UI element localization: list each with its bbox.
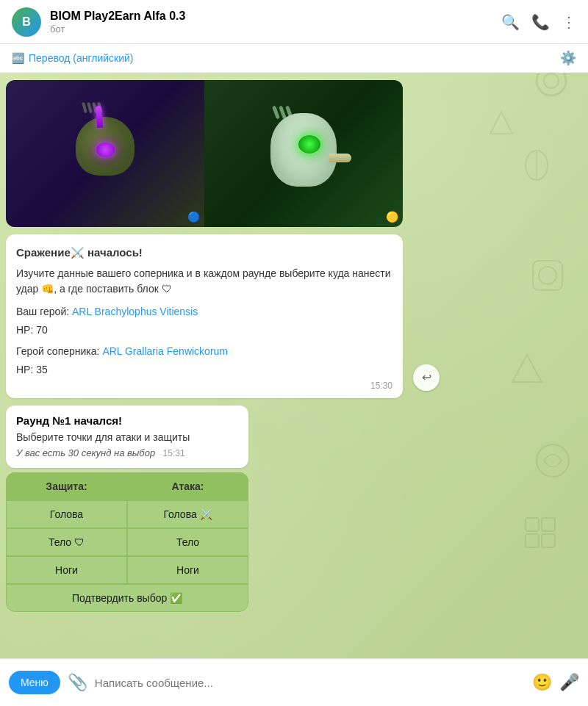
hero-left-creature — [61, 102, 149, 205]
round-message: Раунд №1 начался! Выберите точки для ата… — [6, 406, 248, 468]
battle-message: Сражение⚔️ началось! Изучите данные ваше… — [6, 234, 403, 398]
confirm-button[interactable]: Подтвердить выбор ✅ — [6, 584, 248, 612]
creature-eye — [96, 143, 115, 157]
defense-header: Защита: — [6, 472, 127, 500]
kb-body-row: Тело 🛡 Тело — [6, 528, 248, 556]
legs-attack-button[interactable]: Ноги — [127, 556, 248, 584]
kb-confirm-row: Подтвердить выбор ✅ — [6, 584, 248, 612]
kb-legs-row: Ноги Ноги — [6, 556, 248, 584]
call-icon[interactable]: 📞 — [531, 13, 550, 31]
attack-header: Атака: — [127, 472, 248, 500]
kb-head-row: Голова Голова ⚔️ — [6, 500, 248, 528]
emoji-icon[interactable]: 🙂 — [532, 673, 552, 692]
inline-keyboard: Защита: Атака: Голова Голова ⚔️ Тело 🛡 Т… — [6, 472, 248, 612]
enemy-hero-name: ARL Grallaria Fenwickorum — [102, 345, 228, 357]
avatar: B — [12, 7, 41, 37]
translation-text: Перевод (английский) — [29, 52, 133, 64]
header-info: BIOM Play2Earn Alfa 0.3 бот — [50, 9, 501, 34]
round-title: Раунд №1 начался! — [16, 414, 238, 427]
chat-subtitle: бот — [50, 24, 501, 35]
chat-title: BIOM Play2Earn Alfa 0.3 — [50, 9, 501, 23]
head-attack-button[interactable]: Голова ⚔️ — [127, 500, 248, 528]
translate-icon: 🔤 — [12, 52, 24, 64]
body-defense-button[interactable]: Тело 🛡 — [6, 528, 127, 556]
head-defense-button[interactable]: Голова — [6, 500, 127, 528]
your-hero-line: Ваш герой: ARL Brachylophus Vitiensis — [16, 304, 392, 320]
enemy-hero-label: Герой соперника: — [16, 345, 99, 357]
bottom-bar: Меню 📎 🙂 🎤 — [0, 658, 588, 706]
right-badge: 🟡 — [386, 211, 398, 223]
creature-beak — [329, 154, 351, 162]
message-input[interactable] — [95, 677, 525, 689]
hero-image-right: 🟡 — [204, 80, 403, 227]
header-actions: 🔍 📞 ⋮ — [501, 13, 576, 31]
enemy-hp: HP: 35 — [16, 362, 392, 378]
game-images: 🔵 🟡 — [6, 80, 403, 227]
battle-body: Изучите данные вашего соперника и в кажд… — [16, 266, 392, 297]
battle-message-content: Сражение⚔️ началось! Изучите данные ваше… — [16, 245, 392, 378]
kb-header-row: Защита: Атака: — [6, 472, 248, 500]
battle-title: Сражение⚔️ началось! — [16, 245, 392, 262]
search-icon[interactable]: 🔍 — [501, 13, 520, 31]
round-time: 15:31 — [163, 448, 185, 458]
reply-button[interactable]: ↩ — [413, 364, 440, 391]
filter-icon[interactable]: ⚙️ — [560, 50, 576, 66]
header: B BIOM Play2Earn Alfa 0.3 бот 🔍 📞 ⋮ — [0, 0, 588, 44]
battle-time: 15:30 — [16, 381, 392, 391]
left-badge: 🔵 — [187, 211, 200, 223]
hero-right-creature — [259, 102, 348, 205]
creature-head — [76, 117, 135, 176]
round-note: У вас есть 30 секунд на выбор — [16, 447, 155, 458]
enemy-hero-line: Герой соперника: ARL Grallaria Fenwickor… — [16, 344, 392, 359]
legs-defense-button[interactable]: Ноги — [6, 556, 127, 584]
your-hero-label: Ваш герой: — [16, 306, 69, 317]
more-icon[interactable]: ⋮ — [562, 13, 576, 31]
translation-bar: 🔤 Перевод (английский) ⚙️ — [0, 44, 588, 73]
menu-button[interactable]: Меню — [9, 671, 60, 694]
body-attack-button[interactable]: Тело — [127, 528, 248, 556]
round-text: Выберите точки для атаки и защиты — [16, 431, 238, 443]
your-hero-name: ARL Brachylophus Vitiensis — [72, 306, 198, 317]
hero-image-left: 🔵 — [6, 80, 204, 227]
your-hp: HP: 70 — [16, 323, 392, 338]
mic-icon[interactable]: 🎤 — [559, 673, 579, 692]
creature-eye — [298, 135, 320, 154]
round-note-line: У вас есть 30 секунд на выбор 15:31 — [16, 446, 238, 459]
translation-label[interactable]: 🔤 Перевод (английский) — [12, 52, 133, 64]
chat-area: 🔵 🟡 Сражение⚔️ началось! Изучите данны — [0, 73, 588, 658]
attach-icon[interactable]: 📎 — [68, 673, 87, 692]
creature-head — [270, 113, 337, 187]
